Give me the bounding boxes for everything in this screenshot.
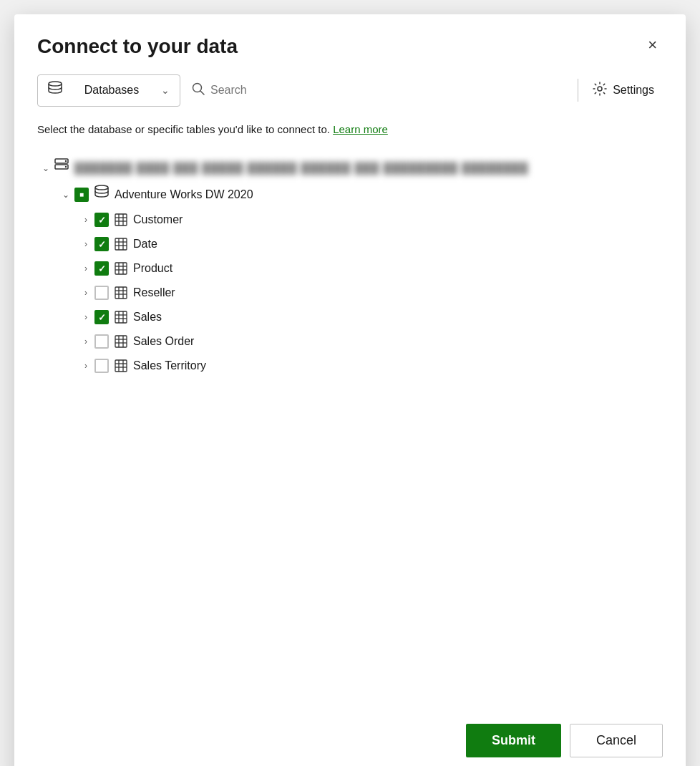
root-expand-icon[interactable]: ⌄ [37,160,54,177]
sales-order-checkbox[interactable] [94,334,109,349]
svg-point-8 [95,185,108,190]
sales-territory-checkbox[interactable] [94,359,109,373]
database-label: Adventure Works DW 2020 [115,188,253,201]
sales-table-icon [115,311,127,324]
settings-icon [593,82,607,100]
svg-rect-29 [115,311,127,323]
customer-table-icon [115,213,127,226]
svg-rect-39 [115,360,127,372]
toolbar-divider [578,79,578,102]
sales-order-label: Sales Order [133,335,194,348]
chevron-down-icon: ⌄ [161,84,170,96]
product-label: Product [133,262,172,275]
table-row-product[interactable]: › Product [77,256,663,281]
svg-rect-14 [115,238,127,250]
settings-button[interactable]: Settings [584,76,663,105]
databases-dropdown[interactable]: Databases ⌄ [37,74,180,107]
sales-expand-icon[interactable]: › [77,309,94,326]
reseller-table-icon [115,286,127,299]
sales-order-table-icon [115,335,127,348]
search-box[interactable] [180,77,572,105]
database-checkbox[interactable] [74,188,89,202]
tree-root-row[interactable]: ⌄ ███████ ████ ███ █████ ██████ ██████ █… [37,155,663,181]
dialog-title: Connect to your data [37,34,238,59]
customer-expand-icon[interactable]: › [77,211,94,228]
date-table-icon [115,238,127,251]
description-main: Select the database or specific tables y… [37,123,330,135]
svg-point-6 [65,160,67,162]
data-tree: ⌄ ███████ ████ ███ █████ ██████ ██████ █… [37,155,663,707]
databases-label: Databases [68,84,155,97]
root-label: ███████ ████ ███ █████ ██████ ██████ ███… [74,162,528,174]
customer-checkbox[interactable] [94,213,109,227]
learn-more-link[interactable]: Learn more [333,123,388,135]
svg-point-0 [49,82,62,86]
svg-rect-34 [115,336,127,347]
dialog-header: Connect to your data × [37,34,663,59]
product-table-icon [115,262,127,275]
svg-rect-19 [115,263,127,274]
table-row-date[interactable]: › Date [77,232,663,256]
customer-label: Customer [133,213,183,226]
table-row-reseller[interactable]: › Reseller [77,281,663,305]
database-node-icon [94,185,109,204]
submit-button[interactable]: Submit [466,724,561,757]
table-row-sales-territory[interactable]: › Sales Territory [77,354,663,378]
product-checkbox[interactable] [94,261,109,276]
date-checkbox[interactable] [94,237,109,251]
database-row[interactable]: ⌄ Adventure Works DW 2020 [57,181,663,208]
database-icon [48,81,62,100]
table-row-customer[interactable]: › Customer [77,208,663,232]
connect-to-data-dialog: Connect to your data × Databases ⌄ [14,14,686,766]
sales-territory-expand-icon[interactable]: › [77,357,94,374]
date-label: Date [133,238,157,251]
sales-territory-label: Sales Territory [133,359,206,372]
sales-order-expand-icon[interactable]: › [77,333,94,350]
settings-label: Settings [613,84,654,97]
toolbar: Databases ⌄ Settings [37,74,663,107]
reseller-checkbox[interactable] [94,286,109,300]
reseller-label: Reseller [133,286,175,299]
product-expand-icon[interactable]: › [77,260,94,277]
sales-checkbox[interactable] [94,310,109,324]
svg-point-3 [598,87,602,91]
description-text: Select the database or specific tables y… [37,122,663,138]
dialog-footer: Submit Cancel [37,707,663,757]
table-row-sales-order[interactable]: › Sales Order [77,329,663,354]
close-button[interactable]: × [642,34,663,56]
svg-line-2 [200,91,204,94]
table-row-sales[interactable]: › Sales [77,305,663,329]
svg-point-7 [65,166,67,168]
sales-territory-table-icon [115,359,127,372]
cancel-button[interactable]: Cancel [570,724,663,757]
root-server-icon [54,158,69,178]
search-input[interactable] [210,84,560,97]
svg-rect-24 [115,287,127,299]
svg-rect-9 [115,214,127,226]
database-expand-icon[interactable]: ⌄ [57,186,74,203]
sales-label: Sales [133,311,162,324]
reseller-expand-icon[interactable]: › [77,284,94,301]
date-expand-icon[interactable]: › [77,236,94,253]
search-icon [192,82,205,99]
